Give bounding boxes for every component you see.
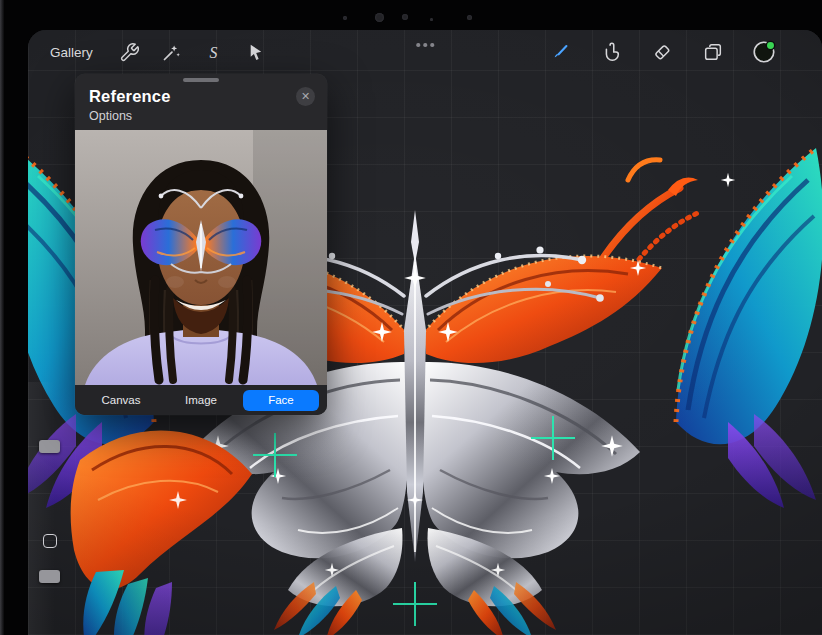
adjustments-wand-icon[interactable]	[159, 39, 185, 65]
panel-drag-handle[interactable]	[183, 78, 219, 82]
device-left-edge	[0, 0, 4, 635]
reference-panel: Reference ✕ Options	[75, 74, 327, 415]
opacity-slider[interactable]	[39, 570, 60, 583]
sidebar	[28, 382, 58, 635]
reference-mode-tabs: Canvas Image Face	[75, 385, 327, 415]
smudge-tool-icon[interactable]	[598, 39, 624, 65]
actions-wrench-icon[interactable]	[117, 39, 143, 65]
tab-canvas[interactable]: Canvas	[83, 390, 159, 411]
multitasking-pill[interactable]	[413, 40, 437, 50]
transform-arrow-icon[interactable]	[243, 39, 269, 65]
sensor-dot	[343, 16, 347, 20]
screen: Gallery S	[28, 30, 822, 635]
panel-title: Reference	[89, 87, 171, 106]
face-reference-video[interactable]	[75, 130, 327, 385]
sensor-dot	[467, 15, 472, 20]
ipad-device-frame: Gallery S	[0, 0, 822, 635]
modify-button[interactable]	[43, 534, 57, 548]
front-camera	[375, 13, 384, 22]
panel-subtitle-options[interactable]: Options	[75, 106, 327, 123]
brush-size-slider[interactable]	[39, 440, 60, 453]
selection-icon[interactable]: S	[201, 39, 227, 65]
gallery-button[interactable]: Gallery	[50, 45, 93, 60]
svg-text:S: S	[210, 43, 218, 60]
sensor-dot	[402, 14, 408, 20]
face-camera-feed	[75, 130, 327, 385]
layers-icon[interactable]	[700, 39, 726, 65]
top-toolbar: Gallery S	[28, 30, 822, 74]
tab-image[interactable]: Image	[163, 390, 239, 411]
sensor-dot	[430, 18, 433, 21]
brush-tool-icon[interactable]	[547, 39, 573, 65]
close-icon[interactable]: ✕	[296, 87, 315, 106]
color-swatch-icon[interactable]	[751, 39, 777, 65]
bottom-left-wings	[71, 431, 252, 635]
eraser-tool-icon[interactable]	[649, 39, 675, 65]
tab-face[interactable]: Face	[243, 390, 319, 411]
